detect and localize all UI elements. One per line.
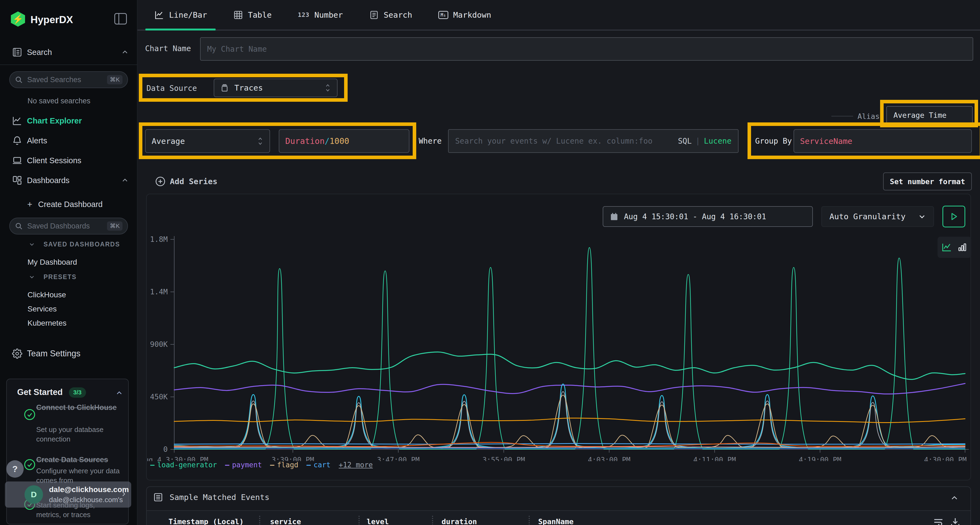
sidebar-section-search[interactable]: Search — [0, 46, 137, 58]
time-range-picker[interactable]: Aug 4 15:30:01 - Aug 4 16:30:01 — [603, 206, 813, 227]
granularity-select[interactable]: Auto Granularity — [821, 206, 934, 227]
tab-number[interactable]: 123 Number — [298, 10, 343, 20]
wrap-text-icon[interactable] — [933, 517, 944, 525]
no-saved-searches-text: No saved searches — [27, 97, 91, 105]
sidebar-collapse-icon[interactable] — [115, 13, 127, 24]
sidebar-item-dashboards[interactable]: Dashboards — [0, 174, 137, 186]
saved-dashboards-input[interactable]: Saved Dashboards ⌘K — [9, 217, 128, 235]
select-chevrons-icon — [257, 136, 264, 146]
chart-name-input[interactable] — [200, 37, 973, 61]
column-separator[interactable] — [529, 516, 530, 525]
legend-label: load-generator — [158, 461, 217, 469]
number-icon: 123 — [298, 11, 310, 18]
sidebar-item-my-dashboard[interactable]: My Dashboard — [27, 258, 77, 266]
sidebar-divider — [0, 65, 137, 65]
timeseries-chart[interactable]: 0450K900K1.4M1.8MAug 4 3:30:00 PM3:39:00… — [146, 233, 971, 461]
aggregation-select[interactable]: Average — [145, 129, 270, 153]
series-line-cyan-spikes — [174, 384, 965, 448]
sql-mode-button[interactable]: SQL — [678, 136, 692, 146]
step-title[interactable]: Connect to ClickHouse — [36, 403, 118, 413]
avatar: D — [24, 485, 43, 504]
legend-item-flagd[interactable]: —flagd — [270, 461, 298, 469]
saved-searches-input[interactable]: Saved Searches ⌘K — [9, 71, 128, 88]
x-axis-tick-label: 4:19:00 PM — [799, 456, 842, 461]
sample-events-header[interactable]: Sample Matched Events — [153, 492, 269, 502]
play-icon — [949, 212, 958, 221]
alias-input[interactable] — [886, 106, 973, 124]
tab-table[interactable]: Table — [233, 10, 272, 20]
markdown-icon: M↓ — [438, 11, 448, 19]
group-by-input[interactable]: ServiceName — [794, 129, 972, 153]
shortcut-badge: ⌘K — [107, 75, 123, 84]
lucene-mode-button[interactable]: Lucene — [704, 136, 732, 146]
legend-swatch: — — [307, 461, 311, 469]
where-input[interactable]: Search your events w/ Lucene ex. column:… — [448, 129, 738, 153]
x-axis-tick-label: 4:11:00 PM — [694, 456, 736, 461]
alias-connector-line — [831, 116, 853, 116]
download-icon[interactable] — [950, 517, 961, 525]
step-title[interactable]: Create Data Sources — [36, 455, 118, 465]
tab-search[interactable]: Search — [369, 10, 412, 20]
legend-item-load-generator[interactable]: —load-generator — [150, 461, 217, 469]
x-axis-tick-label: 4:30:00 PM — [924, 456, 967, 461]
chevron-down-icon — [29, 241, 35, 247]
active-tab-indicator — [145, 29, 216, 30]
x-axis-tick-label: 3:47:00 PM — [377, 456, 420, 461]
create-dashboard-button[interactable]: + Create Dashboard — [0, 198, 137, 210]
column-duration[interactable]: duration — [442, 517, 477, 525]
column-spanname[interactable]: SpanName — [538, 517, 574, 525]
chevron-up-icon[interactable] — [950, 494, 958, 502]
sidebar-item-chart-explorer[interactable]: Chart Explorer — [0, 115, 137, 127]
x-axis-tick-label: 3:39:00 PM — [271, 456, 314, 461]
page: ⚡ HyperDX Search Saved Searches ⌘K No sa… — [0, 0, 980, 525]
help-button[interactable]: ? — [6, 460, 24, 477]
sidebar-item-client-sessions[interactable]: Client Sessions — [0, 154, 137, 167]
data-source-label: Data Source — [146, 84, 197, 93]
check-circle-icon — [24, 409, 36, 420]
add-series-button[interactable]: Add Series — [155, 176, 218, 187]
calendar-icon — [610, 212, 619, 221]
tab-line-bar[interactable]: Line/Bar — [154, 10, 207, 20]
legend-swatch: — — [150, 461, 154, 469]
legend-more-link[interactable]: +12 more — [339, 461, 373, 469]
sidebar-item-team-settings[interactable]: Team Settings — [0, 347, 137, 360]
lang-separator: | — [695, 136, 700, 146]
list-icon — [153, 492, 163, 502]
sidebar-item-kubernetes[interactable]: Kubernetes — [27, 319, 67, 328]
expression-input[interactable]: Duration/1000 — [279, 129, 409, 153]
chevron-up-icon[interactable] — [116, 390, 123, 397]
database-icon — [220, 84, 229, 92]
column-level[interactable]: level — [367, 517, 389, 525]
check-circle-icon — [24, 458, 36, 471]
sidebar-item-services[interactable]: Services — [27, 305, 57, 313]
select-chevrons-icon — [325, 83, 331, 93]
set-number-format-button[interactable]: Set number format — [883, 173, 972, 190]
gear-icon — [12, 349, 22, 359]
data-source-select[interactable]: Traces — [214, 79, 337, 97]
legend-item-cart[interactable]: —cart — [307, 461, 331, 469]
magnifier-icon — [15, 222, 23, 230]
legend-item-payment[interactable]: —payment — [225, 461, 262, 469]
column-timestamp[interactable]: Timestamp (Local) — [169, 517, 243, 525]
chevron-up-icon — [121, 49, 129, 56]
search-section-icon — [12, 47, 22, 57]
tab-markdown[interactable]: M↓ Markdown — [438, 10, 491, 20]
run-query-button[interactable] — [942, 206, 965, 227]
column-separator[interactable] — [432, 516, 433, 525]
y-axis-tick-label: 450K — [150, 393, 168, 401]
sidebar-item-clickhouse[interactable]: ClickHouse — [27, 290, 66, 299]
x-axis-tick-label: 4:03:00 PM — [588, 456, 630, 461]
column-service[interactable]: service — [270, 517, 301, 525]
where-label: Where — [419, 136, 442, 146]
chevron-up-icon — [121, 177, 129, 184]
chart-explorer-icon — [12, 116, 22, 126]
y-axis-tick-label: 1.4M — [150, 287, 168, 296]
series-line-payment — [174, 384, 965, 394]
magnifier-icon — [15, 76, 23, 84]
user-menu[interactable]: D dale@clickhouse.com dale@clickhouse.co… — [5, 482, 131, 508]
sidebar-item-alerts[interactable]: Alerts — [0, 135, 137, 147]
column-separator[interactable] — [358, 516, 360, 525]
column-separator[interactable] — [259, 516, 260, 525]
legend-swatch: — — [225, 461, 229, 469]
bell-icon — [12, 135, 22, 146]
